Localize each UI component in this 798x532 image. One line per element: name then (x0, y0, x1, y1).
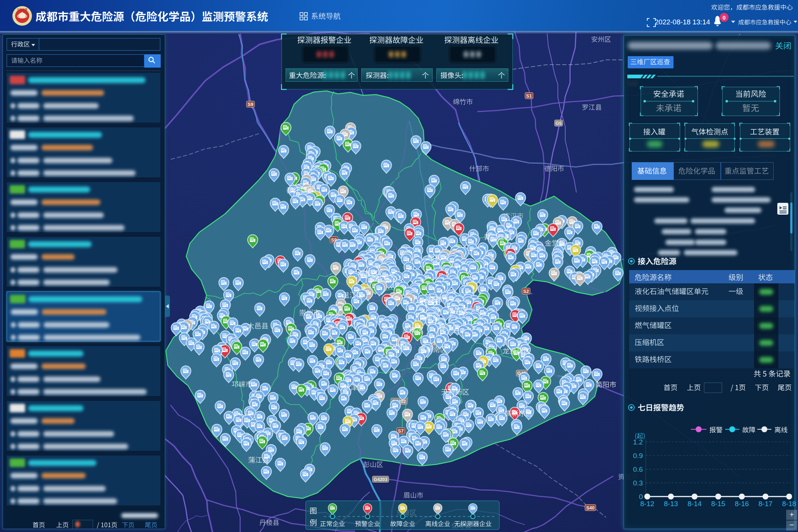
svg-text:S40: S40 (586, 505, 594, 511)
svg-text:S9: S9 (248, 102, 253, 107)
svg-text:S7: S7 (398, 429, 403, 434)
svg-text:S2: S2 (523, 289, 529, 294)
svg-text:S1: S1 (526, 93, 532, 99)
svg-text:G5: G5 (556, 121, 562, 126)
svg-text:G4203: G4203 (374, 477, 388, 482)
